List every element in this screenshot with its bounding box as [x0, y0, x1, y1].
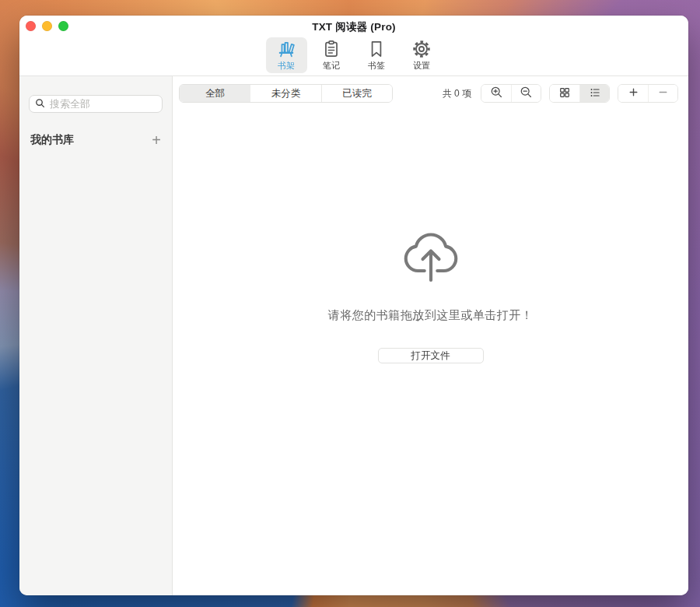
- grid-view-icon: [558, 86, 571, 101]
- list-view-icon: [589, 86, 601, 101]
- tab-settings[interactable]: 设置: [401, 37, 443, 73]
- filter-segmented-control: 全部 未分类 已读完: [179, 84, 393, 103]
- app-window: TXT 阅读器 (Pro) 书架: [19, 16, 688, 595]
- scale-button-group: [618, 84, 678, 103]
- tab-bookshelf[interactable]: 书架: [266, 37, 307, 73]
- tab-label: 笔记: [323, 60, 340, 72]
- main-content: 全部 未分类 已读完 共 0 项: [173, 76, 688, 595]
- tab-label: 设置: [413, 60, 430, 72]
- window-title: TXT 阅读器 (Pro): [19, 20, 688, 34]
- zoom-out-icon: [520, 86, 533, 101]
- toolbar-tabs: 书架 笔记 书签: [19, 37, 688, 73]
- content-toolbar: 全部 未分类 已读完 共 0 项: [173, 76, 688, 111]
- view-mode-group: [549, 84, 610, 103]
- increase-button[interactable]: [618, 85, 648, 102]
- tab-notes[interactable]: 笔记: [311, 37, 352, 73]
- search-icon: [35, 97, 45, 111]
- bookshelf-icon: [276, 39, 296, 59]
- segment-finished[interactable]: 已读完: [321, 85, 392, 102]
- tab-label: 书架: [278, 60, 295, 72]
- gear-icon: [411, 39, 432, 59]
- library-row: 我的书库 +: [29, 133, 163, 147]
- empty-state-message: 请将您的书籍拖放到这里或单击打开！: [328, 308, 534, 323]
- zoom-in-button[interactable]: [481, 85, 511, 102]
- item-count: 共 0 项: [443, 87, 471, 100]
- cloud-upload-icon: [401, 229, 461, 288]
- open-file-button[interactable]: 打开文件: [378, 348, 484, 363]
- decrease-button[interactable]: [648, 85, 677, 102]
- list-view-button[interactable]: [579, 85, 609, 102]
- library-label: 我的书库: [30, 133, 74, 147]
- empty-drop-zone[interactable]: 请将您的书籍拖放到这里或单击打开！ 打开文件: [173, 229, 688, 363]
- tab-bookmarks[interactable]: 书签: [356, 37, 397, 73]
- tab-label: 书签: [368, 60, 385, 72]
- zoom-in-icon: [490, 86, 503, 101]
- add-library-button[interactable]: +: [152, 134, 161, 146]
- window-body: 我的书库 + 全部 未分类 已读完 共 0 项: [19, 76, 688, 595]
- minus-icon: [657, 86, 669, 100]
- segment-uncategorized[interactable]: 未分类: [250, 85, 321, 102]
- notes-icon: [321, 39, 341, 59]
- zoom-out-button[interactable]: [511, 85, 541, 102]
- zoom-button-group: [481, 84, 541, 103]
- search-box[interactable]: [29, 95, 163, 113]
- sidebar: 我的书库 +: [19, 76, 173, 595]
- bookmark-icon: [366, 39, 387, 59]
- toolbar-right-cluster: 共 0 项: [443, 84, 678, 103]
- search-input[interactable]: [50, 98, 156, 110]
- grid-view-button[interactable]: [550, 85, 579, 102]
- segment-all[interactable]: 全部: [180, 85, 250, 102]
- titlebar: TXT 阅读器 (Pro) 书架: [19, 16, 688, 76]
- plus-icon: [628, 86, 639, 100]
